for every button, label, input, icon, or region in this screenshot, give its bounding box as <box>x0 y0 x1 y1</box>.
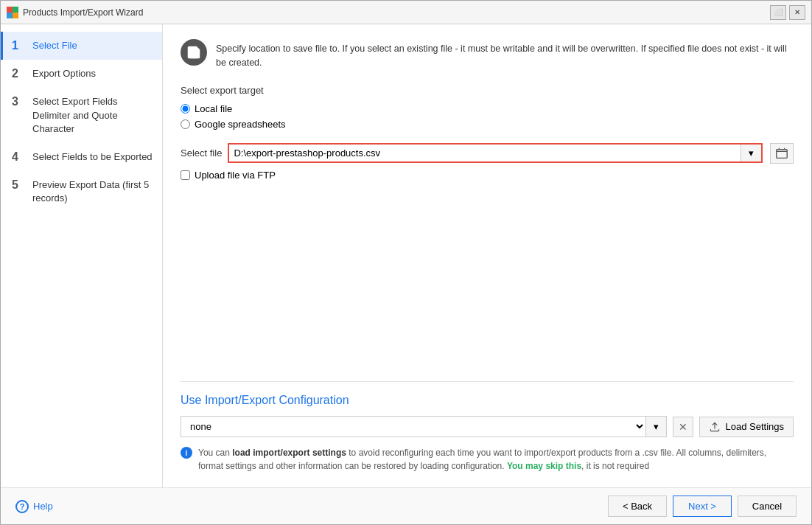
window-title: Products Import/Export Wizard <box>23 7 770 18</box>
step-label-5: Preview Export Data (first 5 records) <box>32 178 153 205</box>
sidebar-item-delimiter[interactable]: 3 Select Export Fields Delimiter and Quo… <box>1 88 162 143</box>
info-icon: i <box>181 447 192 459</box>
close-button[interactable]: ✕ <box>789 5 805 20</box>
svg-rect-2 <box>7 13 13 18</box>
file-path-input[interactable] <box>229 145 741 161</box>
step-label-4: Select Fields to be Exported <box>32 150 153 164</box>
sidebar-item-export-options[interactable]: 2 Export Options <box>1 60 162 88</box>
radio-google-spreadsheets[interactable] <box>181 119 190 129</box>
file-select-row: Select file ▾ <box>181 143 794 164</box>
back-button[interactable]: < Back <box>608 496 667 517</box>
info-skip-suffix: , it is not required <box>581 461 649 471</box>
svg-rect-1 <box>13 7 18 13</box>
radio-google-label[interactable]: Google spreadsheets <box>195 119 286 130</box>
upload-ftp-row: Upload file via FTP <box>181 170 794 181</box>
info-banner: Specify location to save file to. If you… <box>181 39 794 70</box>
sidebar-item-select-fields[interactable]: 4 Select Fields to be Exported <box>1 143 162 171</box>
cancel-button[interactable]: Cancel <box>738 496 797 517</box>
svg-rect-0 <box>7 7 13 13</box>
help-button[interactable]: ? Help <box>15 500 53 513</box>
back-label: < Back <box>623 501 652 512</box>
app-icon <box>7 7 18 18</box>
radio-local-file[interactable] <box>181 104 190 114</box>
upload-ftp-checkbox[interactable] <box>181 170 190 180</box>
config-clear-button[interactable]: ✕ <box>673 417 693 437</box>
config-row: none ▾ ✕ Help Load Setti <box>181 416 794 437</box>
restore-button[interactable]: ⬜ <box>770 5 786 20</box>
config-section-title: Use Import/Export Configuration <box>181 394 794 407</box>
footer-nav: < Back Next > Cancel <box>608 496 797 517</box>
browse-button[interactable] <box>770 143 794 164</box>
svg-rect-3 <box>13 13 18 18</box>
file-select-label: Select file <box>181 147 222 159</box>
info-note-bold: load import/export settings <box>232 448 346 458</box>
export-target-group: Local file Google spreadsheets <box>181 103 794 130</box>
sidebar-item-preview[interactable]: 5 Preview Export Data (first 5 records) <box>1 171 162 212</box>
step-label-2: Export Options <box>32 67 96 80</box>
wizard-footer: ? Help < Back Next > Cancel <box>1 487 811 524</box>
step-number-4: 4 <box>12 150 25 164</box>
close-icon: ✕ <box>794 8 800 16</box>
cancel-label: Cancel <box>752 501 782 512</box>
close-icon-config: ✕ <box>679 421 687 433</box>
config-section: Use Import/Export Configuration none ▾ ✕ <box>181 381 794 473</box>
info-note-prefix: You can <box>198 448 232 458</box>
window-controls: ⬜ ✕ <box>770 5 805 20</box>
step-label-1: Select File <box>32 39 77 52</box>
radio-google-row: Google spreadsheets <box>181 119 794 130</box>
upload-icon <box>709 421 721 433</box>
info-note-content: You can load import/export settings to a… <box>198 446 794 473</box>
info-note: i You can load import/export settings to… <box>181 446 794 473</box>
svg-rect-4 <box>777 149 787 158</box>
next-label: Next > <box>688 501 716 512</box>
chevron-down-icon: ▾ <box>749 147 754 159</box>
step-number-1: 1 <box>12 39 25 52</box>
wizard-sidebar: 1 Select File 2 Export Options 3 Select … <box>1 24 163 487</box>
info-skip: You may skip this <box>507 461 581 471</box>
chevron-down-icon-config: ▾ <box>654 421 659 432</box>
step-number-2: 2 <box>12 67 25 80</box>
file-dropdown-button[interactable]: ▾ <box>741 145 761 161</box>
restore-icon: ⬜ <box>774 8 783 16</box>
main-content: Specify location to save file to. If you… <box>163 24 811 487</box>
load-settings-text: Load Settings <box>725 421 784 432</box>
next-button[interactable]: Next > <box>673 496 732 517</box>
step-number-3: 3 <box>12 95 25 108</box>
load-settings-button[interactable]: Help Load Settings <box>699 417 794 437</box>
config-select-wrapper: none ▾ <box>181 416 667 437</box>
sidebar-item-select-file[interactable]: 1 Select File <box>1 32 162 60</box>
save-disk-icon <box>181 39 207 66</box>
config-dropdown-button[interactable]: ▾ <box>645 417 666 437</box>
radio-local-row: Local file <box>181 103 794 114</box>
export-target-label: Select export target <box>181 85 794 96</box>
help-label: Help <box>33 501 53 512</box>
config-select[interactable]: none <box>181 417 645 437</box>
info-banner-text: Specify location to save file to. If you… <box>216 39 794 70</box>
wizard-window: Products Import/Export Wizard ⬜ ✕ 1 Sele… <box>0 0 812 525</box>
radio-local-label[interactable]: Local file <box>195 103 232 114</box>
step-number-5: 5 <box>12 178 25 192</box>
title-bar: Products Import/Export Wizard ⬜ ✕ <box>1 1 811 24</box>
step-label-3: Select Export Fields Delimiter and Quote… <box>32 95 153 136</box>
file-input-wrapper: ▾ <box>228 143 763 163</box>
wizard-content: 1 Select File 2 Export Options 3 Select … <box>1 24 811 487</box>
upload-ftp-label[interactable]: Upload file via FTP <box>195 170 276 181</box>
help-icon: ? <box>15 500 29 513</box>
